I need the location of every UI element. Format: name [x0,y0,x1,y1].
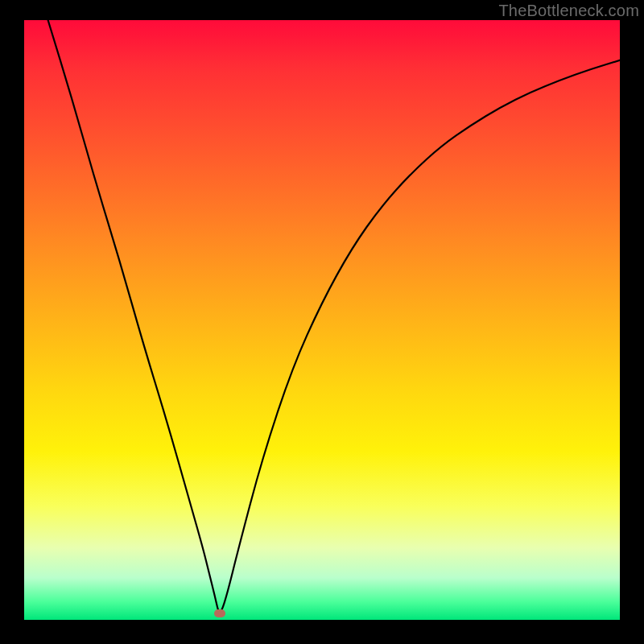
plot-area [24,20,620,620]
bottleneck-curve [48,20,620,612]
optimal-marker [214,609,225,617]
watermark-text: TheBottleneck.com [498,2,639,20]
curve-svg [24,20,620,620]
chart-stage: TheBottleneck.com [0,0,644,644]
